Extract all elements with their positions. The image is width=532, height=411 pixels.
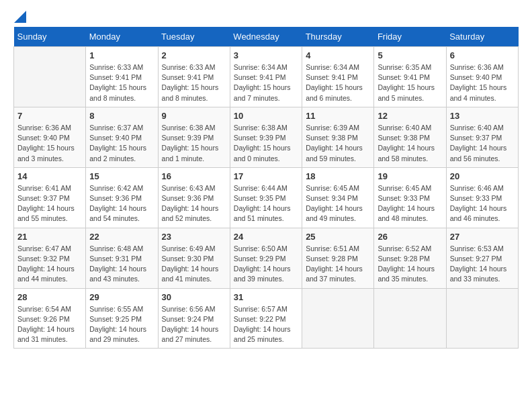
calendar-cell: 8Sunrise: 6:37 AMSunset: 9:40 PMDaylight… — [86, 107, 158, 167]
calendar-cell: 14Sunrise: 6:41 AMSunset: 9:37 PMDayligh… — [14, 167, 86, 228]
day-info: Sunrise: 6:46 AMSunset: 9:33 PMDaylight:… — [450, 183, 515, 224]
weekday-header: Friday — [374, 27, 446, 47]
logo — [13, 13, 26, 20]
calendar-cell: 12Sunrise: 6:40 AMSunset: 9:38 PMDayligh… — [374, 107, 446, 167]
day-info: Sunrise: 6:54 AMSunset: 9:26 PMDaylight:… — [17, 304, 82, 345]
calendar-cell: 11Sunrise: 6:39 AMSunset: 9:38 PMDayligh… — [302, 107, 374, 167]
day-info: Sunrise: 6:52 AMSunset: 9:28 PMDaylight:… — [378, 244, 442, 285]
day-info: Sunrise: 6:44 AMSunset: 9:35 PMDaylight:… — [234, 183, 298, 224]
day-info: Sunrise: 6:34 AMSunset: 9:41 PMDaylight:… — [306, 62, 370, 103]
day-number: 16 — [162, 171, 226, 181]
calendar-cell: 19Sunrise: 6:45 AMSunset: 9:33 PMDayligh… — [374, 167, 446, 228]
svg-marker-0 — [14, 11, 26, 23]
day-number: 8 — [89, 111, 154, 121]
day-number: 28 — [17, 292, 82, 302]
calendar-cell: 28Sunrise: 6:54 AMSunset: 9:26 PMDayligh… — [14, 288, 86, 349]
day-info: Sunrise: 6:43 AMSunset: 9:36 PMDaylight:… — [162, 183, 226, 224]
day-info: Sunrise: 6:38 AMSunset: 9:39 PMDaylight:… — [162, 123, 226, 164]
day-number: 18 — [306, 171, 370, 181]
day-number: 12 — [378, 111, 442, 121]
day-info: Sunrise: 6:45 AMSunset: 9:33 PMDaylight:… — [378, 183, 442, 224]
day-number: 14 — [17, 171, 82, 181]
calendar-cell — [374, 288, 446, 349]
day-info: Sunrise: 6:33 AMSunset: 9:41 PMDaylight:… — [162, 62, 226, 103]
day-number: 10 — [234, 111, 298, 121]
day-info: Sunrise: 6:36 AMSunset: 9:40 PMDaylight:… — [450, 62, 515, 103]
day-number: 30 — [162, 292, 226, 302]
calendar-cell: 29Sunrise: 6:55 AMSunset: 9:25 PMDayligh… — [86, 288, 158, 349]
calendar-cell: 7Sunrise: 6:36 AMSunset: 9:40 PMDaylight… — [14, 107, 86, 167]
day-info: Sunrise: 6:49 AMSunset: 9:30 PMDaylight:… — [162, 244, 226, 285]
day-info: Sunrise: 6:56 AMSunset: 9:24 PMDaylight:… — [162, 304, 226, 345]
day-info: Sunrise: 6:40 AMSunset: 9:38 PMDaylight:… — [378, 123, 442, 164]
day-info: Sunrise: 6:38 AMSunset: 9:39 PMDaylight:… — [234, 123, 298, 164]
calendar-cell: 26Sunrise: 6:52 AMSunset: 9:28 PMDayligh… — [374, 228, 446, 288]
calendar-cell: 1Sunrise: 6:33 AMSunset: 9:41 PMDaylight… — [86, 47, 158, 107]
day-number: 9 — [162, 111, 226, 121]
day-info: Sunrise: 6:48 AMSunset: 9:31 PMDaylight:… — [89, 244, 154, 285]
page-header — [13, 13, 519, 20]
day-number: 7 — [17, 111, 82, 121]
day-info: Sunrise: 6:34 AMSunset: 9:41 PMDaylight:… — [234, 62, 298, 103]
calendar-cell: 17Sunrise: 6:44 AMSunset: 9:35 PMDayligh… — [230, 167, 302, 228]
calendar-cell: 31Sunrise: 6:57 AMSunset: 9:22 PMDayligh… — [230, 288, 302, 349]
calendar-cell — [14, 47, 86, 107]
day-info: Sunrise: 6:42 AMSunset: 9:36 PMDaylight:… — [89, 183, 154, 224]
calendar-cell: 3Sunrise: 6:34 AMSunset: 9:41 PMDaylight… — [230, 47, 302, 107]
day-number: 5 — [378, 50, 442, 60]
day-info: Sunrise: 6:37 AMSunset: 9:40 PMDaylight:… — [89, 123, 154, 164]
day-number: 17 — [234, 171, 298, 181]
weekday-header: Sunday — [14, 27, 86, 47]
calendar-table: SundayMondayTuesdayWednesdayThursdayFrid… — [13, 27, 519, 349]
day-number: 11 — [306, 111, 370, 121]
day-number: 23 — [162, 232, 226, 242]
day-number: 22 — [89, 232, 154, 242]
day-number: 15 — [89, 171, 154, 181]
calendar-cell: 13Sunrise: 6:40 AMSunset: 9:37 PMDayligh… — [446, 107, 518, 167]
calendar-cell: 18Sunrise: 6:45 AMSunset: 9:34 PMDayligh… — [302, 167, 374, 228]
weekday-header: Tuesday — [158, 27, 230, 47]
calendar-cell: 4Sunrise: 6:34 AMSunset: 9:41 PMDaylight… — [302, 47, 374, 107]
calendar-cell: 30Sunrise: 6:56 AMSunset: 9:24 PMDayligh… — [158, 288, 230, 349]
day-number: 25 — [306, 232, 370, 242]
calendar-cell: 25Sunrise: 6:51 AMSunset: 9:28 PMDayligh… — [302, 228, 374, 288]
day-number: 2 — [162, 50, 226, 60]
calendar-cell: 24Sunrise: 6:50 AMSunset: 9:29 PMDayligh… — [230, 228, 302, 288]
calendar-cell: 6Sunrise: 6:36 AMSunset: 9:40 PMDaylight… — [446, 47, 518, 107]
weekday-header: Wednesday — [230, 27, 302, 47]
weekday-header: Saturday — [446, 27, 518, 47]
day-number: 13 — [450, 111, 515, 121]
calendar-cell: 10Sunrise: 6:38 AMSunset: 9:39 PMDayligh… — [230, 107, 302, 167]
calendar-cell: 23Sunrise: 6:49 AMSunset: 9:30 PMDayligh… — [158, 228, 230, 288]
calendar-cell — [446, 288, 518, 349]
calendar-cell: 21Sunrise: 6:47 AMSunset: 9:32 PMDayligh… — [14, 228, 86, 288]
calendar-cell: 15Sunrise: 6:42 AMSunset: 9:36 PMDayligh… — [86, 167, 158, 228]
day-info: Sunrise: 6:39 AMSunset: 9:38 PMDaylight:… — [306, 123, 370, 164]
day-info: Sunrise: 6:41 AMSunset: 9:37 PMDaylight:… — [17, 183, 82, 224]
weekday-header: Monday — [86, 27, 158, 47]
day-number: 4 — [306, 50, 370, 60]
calendar-cell: 2Sunrise: 6:33 AMSunset: 9:41 PMDaylight… — [158, 47, 230, 107]
day-number: 27 — [450, 232, 515, 242]
day-number: 26 — [378, 232, 442, 242]
day-number: 29 — [89, 292, 154, 302]
day-info: Sunrise: 6:33 AMSunset: 9:41 PMDaylight:… — [89, 62, 154, 103]
calendar-cell — [302, 288, 374, 349]
day-number: 21 — [17, 232, 82, 242]
day-info: Sunrise: 6:51 AMSunset: 9:28 PMDaylight:… — [306, 244, 370, 285]
day-info: Sunrise: 6:40 AMSunset: 9:37 PMDaylight:… — [450, 123, 515, 164]
day-info: Sunrise: 6:45 AMSunset: 9:34 PMDaylight:… — [306, 183, 370, 224]
logo-icon — [14, 11, 26, 23]
day-number: 31 — [234, 292, 298, 302]
calendar-cell: 22Sunrise: 6:48 AMSunset: 9:31 PMDayligh… — [86, 228, 158, 288]
day-info: Sunrise: 6:36 AMSunset: 9:40 PMDaylight:… — [17, 123, 82, 164]
calendar-cell: 9Sunrise: 6:38 AMSunset: 9:39 PMDaylight… — [158, 107, 230, 167]
weekday-header: Thursday — [302, 27, 374, 47]
day-info: Sunrise: 6:55 AMSunset: 9:25 PMDaylight:… — [89, 304, 154, 345]
calendar-cell: 16Sunrise: 6:43 AMSunset: 9:36 PMDayligh… — [158, 167, 230, 228]
day-info: Sunrise: 6:53 AMSunset: 9:27 PMDaylight:… — [450, 244, 515, 285]
day-number: 19 — [378, 171, 442, 181]
calendar-cell: 5Sunrise: 6:35 AMSunset: 9:41 PMDaylight… — [374, 47, 446, 107]
day-number: 6 — [450, 50, 515, 60]
day-number: 1 — [89, 50, 154, 60]
